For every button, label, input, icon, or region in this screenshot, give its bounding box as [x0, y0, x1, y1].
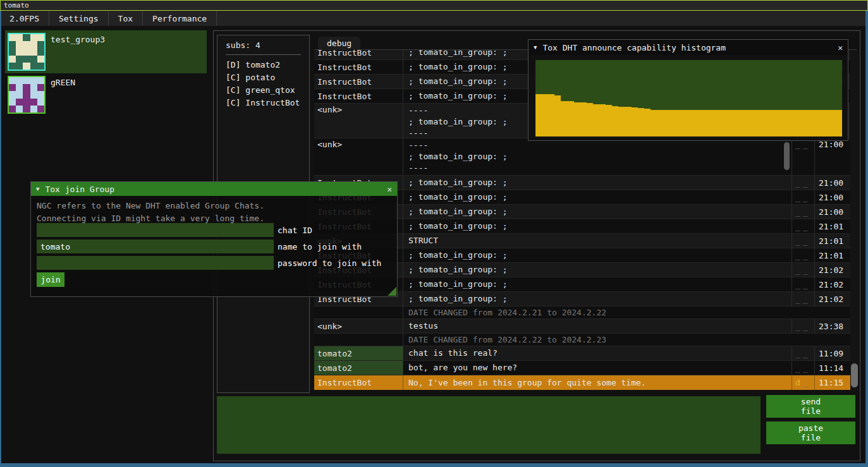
- message-text-cell: ; tomato_in_group: ;: [403, 263, 792, 277]
- join-password-input[interactable]: [37, 256, 274, 270]
- histogram-bar: [766, 110, 772, 136]
- member-list-item[interactable]: [C] InstructBot: [226, 97, 309, 109]
- message-time: 21:01: [815, 248, 850, 262]
- message-time: 21:01: [815, 219, 850, 233]
- join-name-value: tomato: [40, 242, 70, 252]
- menu-item-tox[interactable]: Tox: [109, 11, 143, 26]
- collapse-arrow-icon[interactable]: ▼: [534, 44, 537, 51]
- avatar-pixel: [37, 63, 44, 70]
- histogram-bar: [778, 110, 785, 136]
- message-line: ; tomato_in_group: ;: [408, 221, 508, 232]
- avatar-pixel: [9, 56, 16, 63]
- message-text-cell: testus: [403, 319, 792, 333]
- message-sender: InstructBot: [317, 77, 372, 87]
- avatar-pixel: [37, 41, 44, 48]
- join-button[interactable]: join: [37, 272, 64, 287]
- avatar-pixel: [16, 56, 23, 63]
- members-separator: [226, 54, 301, 55]
- message-status-cell: __: [792, 361, 815, 375]
- avatar-pixel: [37, 106, 44, 112]
- histogram-bar: [817, 110, 823, 136]
- status-flag-1: _: [795, 236, 803, 246]
- avatar-pixel: [9, 41, 16, 48]
- message-sender: <unk>: [317, 140, 342, 149]
- message-line: ; tomato_in_group: ;: [408, 264, 508, 276]
- chat-id-input[interactable]: [37, 223, 274, 237]
- message-time: 21:00: [815, 138, 850, 175]
- histogram-bar: [599, 104, 606, 136]
- avatar-pixel: [30, 41, 37, 48]
- message-sender: InstructBot: [317, 92, 372, 101]
- menu-item-settings[interactable]: Settings: [49, 11, 109, 26]
- chat-scrollbar[interactable]: [850, 50, 859, 390]
- histogram-bar: [593, 104, 599, 136]
- histogram-bar: [548, 94, 554, 136]
- message-sender: <unk>: [317, 105, 342, 114]
- join-name-input[interactable]: tomato: [37, 240, 274, 253]
- message-line: STRUCT: [408, 235, 438, 246]
- message-status-cell: __: [792, 205, 815, 219]
- message-status-cell: __: [792, 263, 815, 277]
- message-status-cell: __: [792, 277, 815, 291]
- subs-count-label: subs: 4: [226, 40, 309, 50]
- collapse-arrow-icon[interactable]: ▼: [36, 186, 39, 192]
- message-status-cell: __: [792, 176, 815, 190]
- avatar-pixel: [37, 99, 44, 106]
- message-text-cell: ; tomato_in_group: ;: [403, 176, 792, 190]
- histogram-bar: [714, 110, 721, 136]
- resize-grip[interactable]: [388, 287, 396, 296]
- group-name-label: gREEN: [51, 78, 75, 87]
- avatar-pixel: [37, 34, 44, 41]
- status-flag-2: _: [803, 363, 810, 373]
- dht-histogram-titlebar[interactable]: ▼ Tox DHT announce capability histogram …: [529, 40, 848, 55]
- member-list-item[interactable]: [C] potato: [226, 71, 309, 84]
- avatar-pixel: [16, 48, 23, 55]
- close-icon[interactable]: ✕: [838, 43, 843, 52]
- avatar-pixel: [30, 56, 37, 63]
- message-inner-scrollbar[interactable]: [784, 142, 790, 170]
- group-row-gREEN[interactable]: gREEN: [5, 73, 207, 116]
- avatar-pixel: [16, 99, 23, 106]
- paste-file-button[interactable]: paste file: [766, 422, 855, 444]
- message-sender-cell: tomato2: [314, 361, 403, 375]
- window-border-left: [0, 11, 1, 467]
- message-text-cell: No, I've been in this group for quite so…: [403, 375, 792, 390]
- group-name-label: test_group3: [51, 35, 105, 44]
- avatar-pixel: [9, 106, 16, 112]
- message-line: ; tomato_in_group: ;: [408, 151, 789, 162]
- histogram-bar: [651, 110, 657, 136]
- status-flag-2: _: [803, 193, 810, 202]
- message-sender: InstructBot: [317, 63, 372, 72]
- menu-item-performance[interactable]: Performance: [143, 11, 217, 26]
- close-icon[interactable]: ✕: [387, 185, 392, 194]
- avatar-pixel: [16, 63, 23, 70]
- message-text-cell: ; tomato_in_group: ;: [403, 292, 792, 306]
- status-flag-2: _: [803, 265, 810, 275]
- join-group-titlebar[interactable]: ▼ Tox join Group ✕: [31, 182, 397, 196]
- message-status-cell: __: [792, 346, 815, 360]
- member-list-item[interactable]: [C] green_qtox: [226, 84, 309, 97]
- chat-scrollbar-thumb[interactable]: [851, 363, 858, 387]
- histogram-bar: [683, 110, 689, 136]
- message-line: No, I've been in this group for quite so…: [408, 377, 646, 389]
- message-status-cell: __: [792, 138, 815, 175]
- send-file-button[interactable]: send file: [766, 395, 855, 418]
- avatar-pixel: [23, 34, 30, 41]
- message-row: tomato2bot, are you new here?__11:14: [314, 361, 850, 375]
- status-flag-2: _: [803, 236, 810, 246]
- tab-debug[interactable]: debug: [318, 37, 360, 50]
- avatar-pixel: [16, 106, 23, 112]
- message-line: ; tomato_in_group: ;: [408, 90, 508, 102]
- status-flag-1: _: [795, 178, 803, 188]
- message-sender-cell: <unk>: [314, 138, 403, 175]
- group-avatar: [8, 33, 46, 71]
- message-line: ----: [408, 162, 789, 174]
- avatar-pixel: [30, 63, 37, 70]
- message-input[interactable]: [217, 396, 761, 454]
- status-flag-2: _: [803, 349, 810, 358]
- member-list-item[interactable]: [D] tomato2: [226, 59, 309, 71]
- message-text-cell: ; tomato_in_group: ;: [403, 248, 792, 262]
- avatar-pixel: [30, 48, 37, 55]
- group-row-test_group3[interactable]: test_group3: [5, 30, 207, 73]
- histogram-bar: [791, 110, 797, 136]
